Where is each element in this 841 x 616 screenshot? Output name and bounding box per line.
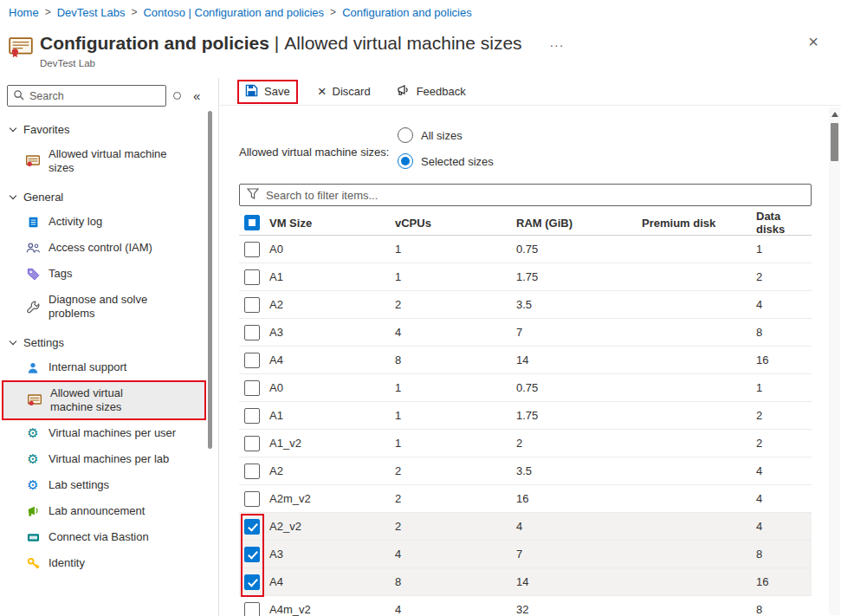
column-header-data-disks[interactable]: Data disks bbox=[752, 210, 812, 236]
cell-ram: 32 bbox=[512, 603, 637, 616]
table-row[interactable]: A1_v2 1 2 2 bbox=[239, 430, 812, 457]
main-scrollbar[interactable] bbox=[829, 107, 840, 615]
cell-vcpus: 2 bbox=[391, 520, 512, 533]
sidebar-item-label: Lab settings bbox=[49, 478, 109, 492]
discard-icon: × bbox=[318, 86, 327, 98]
row-checkbox[interactable] bbox=[244, 602, 260, 616]
table-row[interactable]: A0 1 0.75 1 bbox=[239, 236, 812, 263]
row-checkbox[interactable] bbox=[244, 325, 260, 340]
column-header-ram[interactable]: RAM (GiB) bbox=[512, 217, 637, 230]
sidebar-section-favorites[interactable]: Favorites bbox=[0, 117, 218, 141]
sidebar-section-general[interactable]: General bbox=[0, 185, 218, 209]
cell-data-disks: 4 bbox=[752, 520, 812, 533]
cell-vm-size: A0 bbox=[265, 381, 391, 394]
table-row[interactable]: A0 1 0.75 1 bbox=[239, 374, 812, 402]
sidebar-item-lab-settings[interactable]: ⚙ Lab settings bbox=[0, 472, 206, 498]
table-row[interactable]: A1 1 1.75 2 bbox=[239, 263, 812, 291]
activity-log-icon bbox=[26, 216, 40, 229]
column-header-vm-size[interactable]: VM Size bbox=[265, 217, 391, 230]
feedback-button[interactable]: Feedback bbox=[391, 81, 472, 101]
sidebar-searchbox[interactable] bbox=[7, 85, 166, 107]
table-row[interactable]: A2 2 3.5 4 bbox=[239, 291, 812, 319]
page-header: Configuration and policies|Allowed virtu… bbox=[0, 24, 841, 78]
cell-data-disks: 16 bbox=[752, 353, 812, 366]
table-row[interactable]: A4m_v2 4 32 8 bbox=[239, 596, 812, 616]
radio-option-selected-sizes[interactable]: Selected sizes bbox=[398, 152, 494, 170]
table-row[interactable]: A4 8 14 16 bbox=[239, 347, 812, 374]
sidebar-item-identity[interactable]: Identity bbox=[0, 550, 206, 576]
table-row[interactable]: A2_v2 2 4 4 bbox=[239, 513, 812, 541]
row-checkbox[interactable] bbox=[244, 380, 260, 396]
sidebar-scrollbar[interactable] bbox=[208, 111, 212, 449]
row-checkbox[interactable] bbox=[244, 464, 260, 479]
breadcrumb-config-policies[interactable]: Configuration and policies bbox=[342, 6, 472, 19]
sidebar-item-lab-announcement[interactable]: Lab announcement bbox=[0, 498, 206, 524]
megaphone-icon bbox=[26, 505, 40, 517]
row-checkbox[interactable] bbox=[244, 491, 260, 507]
sidebar-item-connect-bastion[interactable]: Connect via Bastion bbox=[0, 524, 206, 550]
filter-input[interactable] bbox=[266, 189, 804, 202]
sidebar-item-diagnose[interactable]: Diagnose and solve problems bbox=[0, 287, 206, 327]
cell-vm-size: A4 bbox=[265, 353, 391, 366]
table-row[interactable]: A4 8 14 16 bbox=[239, 568, 812, 596]
sidebar-item-allowed-vm-sizes[interactable]: Allowed virtual machine sizes bbox=[2, 380, 206, 420]
row-checkbox[interactable] bbox=[244, 242, 260, 257]
table-row[interactable]: A2 2 3.5 4 bbox=[239, 457, 812, 485]
more-options-icon[interactable]: ··· bbox=[549, 38, 564, 52]
breadcrumb-home[interactable]: Home bbox=[9, 6, 39, 19]
select-all-checkbox[interactable] bbox=[244, 215, 260, 230]
cell-ram: 3.5 bbox=[512, 464, 637, 477]
row-checkbox[interactable] bbox=[244, 547, 260, 562]
scroll-up-icon[interactable] bbox=[831, 112, 838, 117]
collapse-sidebar-icon[interactable]: « bbox=[193, 88, 200, 103]
sidebar-search-row: « bbox=[0, 78, 218, 112]
sidebar-item-activity-log[interactable]: Activity log bbox=[0, 209, 206, 235]
sidebar-item-label: Connect via Bastion bbox=[49, 530, 149, 544]
row-checkbox[interactable] bbox=[244, 297, 260, 313]
sidebar-search-input[interactable] bbox=[29, 90, 160, 102]
cell-data-disks: 8 bbox=[752, 326, 812, 339]
radio-icon-selected[interactable] bbox=[398, 153, 413, 169]
sidebar-item-label: Internal support bbox=[49, 360, 126, 374]
cell-data-disks: 1 bbox=[752, 381, 812, 394]
blade-content: Allowed virtual machine sizes: All sizes… bbox=[220, 106, 841, 616]
sidebar-item-vm-per-user[interactable]: ⚙ Virtual machines per user bbox=[0, 420, 206, 446]
refresh-icon[interactable] bbox=[173, 92, 181, 100]
sidebar-item-allowed-vm-sizes-favorite[interactable]: Allowed virtual machine sizes bbox=[0, 141, 206, 181]
table-row[interactable]: A2m_v2 2 16 4 bbox=[239, 485, 812, 513]
sidebar-item-label: Identity bbox=[49, 556, 85, 570]
chevron-down-icon bbox=[10, 191, 16, 198]
table-row[interactable]: A1 1 1.75 2 bbox=[239, 402, 812, 430]
save-button[interactable]: Save bbox=[239, 81, 296, 102]
sidebar-section-settings[interactable]: Settings bbox=[0, 330, 218, 354]
sidebar-item-access-control[interactable]: Access control (IAM) bbox=[0, 235, 206, 261]
breadcrumb-separator: > bbox=[131, 6, 137, 18]
row-checkbox[interactable] bbox=[244, 574, 260, 590]
breadcrumb-devtest-labs[interactable]: DevTest Labs bbox=[57, 6, 126, 19]
row-checkbox[interactable] bbox=[244, 408, 260, 424]
radio-option-all-sizes[interactable]: All sizes bbox=[398, 126, 494, 144]
row-checkbox[interactable] bbox=[244, 436, 260, 451]
sidebar-item-vm-per-lab[interactable]: ⚙ Virtual machines per lab bbox=[0, 446, 206, 472]
title-divider: | bbox=[275, 33, 279, 53]
radio-icon[interactable] bbox=[398, 127, 413, 143]
cell-data-disks: 2 bbox=[752, 270, 812, 283]
row-checkbox[interactable] bbox=[244, 269, 260, 285]
discard-button[interactable]: × Discard bbox=[312, 82, 377, 101]
column-header-premium-disk[interactable]: Premium disk bbox=[637, 217, 752, 230]
sidebar-item-tags[interactable]: Tags bbox=[0, 261, 206, 287]
column-header-vcpus[interactable]: vCPUs bbox=[391, 217, 512, 230]
breadcrumb-contoso-config[interactable]: Contoso | Configuration and policies bbox=[143, 6, 324, 19]
row-checkbox[interactable] bbox=[244, 519, 260, 535]
close-icon[interactable]: × bbox=[808, 33, 818, 50]
scrollbar-thumb[interactable] bbox=[831, 123, 838, 161]
sidebar-item-label: Activity log bbox=[49, 215, 102, 229]
cell-ram: 1.75 bbox=[512, 409, 637, 422]
table-row[interactable]: A3 4 7 8 bbox=[239, 319, 812, 347]
cell-vm-size: A3 bbox=[265, 326, 391, 339]
row-checkbox[interactable] bbox=[244, 353, 260, 368]
table-row[interactable]: A3 4 7 8 bbox=[239, 541, 812, 568]
filter-box[interactable] bbox=[239, 184, 812, 206]
cell-vm-size: A1 bbox=[265, 270, 391, 283]
sidebar-item-internal-support[interactable]: Internal support bbox=[0, 354, 206, 380]
